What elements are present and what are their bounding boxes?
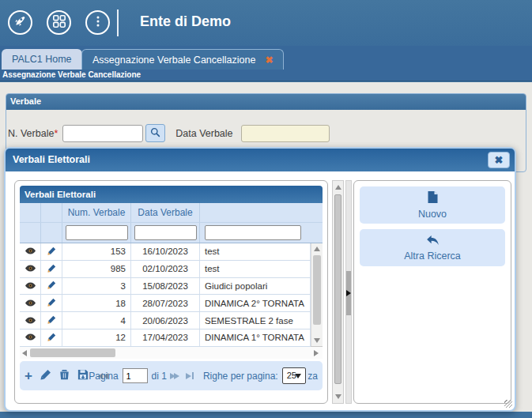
filter-num-input[interactable] [66, 225, 128, 240]
page-label: Pagina [89, 371, 118, 382]
table-row[interactable]: 153 16/10/2023 test [20, 243, 311, 261]
nuovo-button[interactable]: Nuovo [360, 186, 505, 224]
nuovo-label: Nuovo [418, 209, 447, 220]
scrollbar-thumb[interactable] [334, 194, 341, 384]
cell-desc: test [200, 243, 311, 260]
modal-body: Verbali Elettorali Num. Verbale Data Ver… [6, 171, 515, 410]
add-row-button[interactable]: + [25, 368, 32, 384]
eye-icon [25, 316, 36, 326]
n-verbale-label: N. Verbale [8, 128, 54, 139]
table-vertical-scrollbar[interactable] [311, 243, 323, 346]
table-toolbar: + Pagina di 1 Righe per pagina: [20, 361, 323, 390]
col-num-verbale[interactable]: Num. Verbale [62, 203, 131, 222]
modal-resize-grip[interactable] [504, 400, 512, 408]
export-save-button[interactable] [77, 369, 89, 382]
cell-data: 17/04/2023 [131, 330, 200, 346]
cell-num: 4 [62, 312, 131, 329]
table-row[interactable]: 985 02/10/2023 test [20, 261, 311, 278]
next-page-button[interactable] [170, 373, 179, 379]
scroll-right-icon[interactable] [314, 350, 319, 356]
rocket-button[interactable] [8, 10, 32, 35]
filter-data-input[interactable] [134, 225, 197, 240]
tab-bar: PALC1 Home Assegnazione Verbale Cancella… [0, 46, 532, 70]
edit-row-button[interactable] [41, 278, 62, 295]
view-row-button[interactable] [20, 243, 41, 260]
scroll-up-icon[interactable] [335, 185, 341, 190]
edit-row-button[interactable] [41, 261, 62, 277]
panel-splitter[interactable] [345, 180, 352, 404]
cell-desc: SEMESTRALE 2 fase [200, 312, 311, 329]
table-row[interactable]: 4 20/06/2023 SEMESTRALE 2 fase [20, 312, 311, 330]
more-options-button[interactable] [85, 10, 110, 35]
tab-close-icon[interactable]: ✖ [265, 55, 273, 66]
page-of-label: di 1 [152, 371, 167, 382]
view-row-button[interactable] [20, 295, 41, 311]
col-descrizione[interactable] [200, 203, 323, 222]
close-icon: ✖ [495, 154, 504, 166]
app-title: Ente di Demo [140, 13, 231, 30]
pencil-icon [47, 298, 56, 308]
tab-label: Assegnazione Verbale Cancellazione [92, 55, 255, 66]
clipped-overflow-text: za [308, 371, 318, 382]
view-row-button[interactable] [20, 278, 41, 295]
search-icon [150, 127, 160, 140]
cell-num: 3 [62, 278, 131, 295]
scrollbar-thumb[interactable] [30, 348, 115, 357]
table-row[interactable]: 18 28/07/2023 DINAMICA 2° TORNATA [20, 295, 311, 312]
data-verbale-label: Data Verbale [175, 128, 232, 139]
rows-per-page-select[interactable]: 25 [282, 367, 307, 384]
scroll-up-icon[interactable] [314, 247, 320, 251]
rocket-icon [13, 13, 28, 32]
edit-row-button[interactable] [41, 312, 62, 329]
edit-row-button[interactable] [41, 243, 62, 260]
pencil-icon [47, 247, 56, 257]
altra-ricerca-label: Altra Ricerca [404, 250, 461, 262]
search-verbale-button[interactable] [145, 124, 165, 142]
tab-assegnazione-verbale[interactable]: Assegnazione Verbale Cancellazione ✖ [81, 49, 284, 70]
tab-palc1-home[interactable]: PALC1 Home [2, 49, 82, 70]
col-data-verbale[interactable]: Data Verbale [131, 203, 200, 222]
rows-per-page-label: Righe per pagina: [203, 371, 278, 382]
table-row[interactable]: 3 15/08/2023 Giudici popolari [20, 278, 311, 296]
edit-row-button[interactable] [41, 330, 62, 346]
modal-vertical-scrollbar[interactable] [332, 180, 344, 404]
data-verbale-input[interactable] [241, 125, 330, 142]
n-verbale-input[interactable] [62, 125, 143, 142]
filter-desc-input[interactable] [205, 225, 301, 240]
edit-row-button[interactable] [41, 295, 62, 311]
delete-button[interactable] [59, 369, 70, 382]
kebab-menu-icon [91, 14, 105, 32]
scroll-down-icon[interactable] [314, 338, 320, 343]
view-row-button[interactable] [20, 312, 41, 329]
cell-desc: DINAMICA 2° TORNATA [200, 295, 311, 311]
col-view [20, 203, 41, 222]
splitter-grip[interactable] [346, 271, 351, 315]
view-row-button[interactable] [20, 330, 41, 346]
apps-grid-button[interactable] [47, 10, 71, 35]
table-row[interactable]: 12 17/04/2023 DINAMICA 1° TORNATA [20, 330, 311, 347]
apps-grid-icon [52, 14, 66, 32]
cell-num: 985 [62, 261, 131, 277]
edit-button[interactable] [40, 369, 51, 382]
scrollbar-thumb[interactable] [313, 255, 321, 325]
pencil-icon [47, 281, 56, 291]
altra-ricerca-button[interactable]: Altra Ricerca [360, 229, 505, 266]
modal-titlebar[interactable]: Verbali Elettorali ✖ [6, 149, 515, 171]
breadcrumb: Assegnazione Verbale Cancellazione [0, 70, 532, 81]
modal-title: Verbali Elettorali [13, 154, 90, 165]
cell-data: 20/06/2023 [131, 312, 200, 329]
table-header-row: Num. Verbale Data Verbale [20, 203, 323, 223]
modal-close-button[interactable]: ✖ [488, 152, 510, 168]
verbale-panel-title: Verbale [6, 94, 526, 110]
last-page-button[interactable] [186, 372, 194, 379]
scroll-left-icon[interactable] [22, 350, 27, 356]
verbali-elettorali-modal: Verbali Elettorali ✖ Verbali Elettorali … [4, 147, 516, 412]
view-row-button[interactable] [20, 261, 41, 277]
table-horizontal-scrollbar[interactable] [20, 347, 323, 359]
save-disk-icon [77, 369, 89, 382]
tab-label: PALC1 Home [12, 54, 72, 65]
chevron-down-icon [295, 374, 301, 378]
cell-data: 16/10/2023 [131, 243, 200, 260]
page-number-input[interactable] [123, 368, 148, 383]
scroll-down-icon[interactable] [335, 394, 341, 399]
